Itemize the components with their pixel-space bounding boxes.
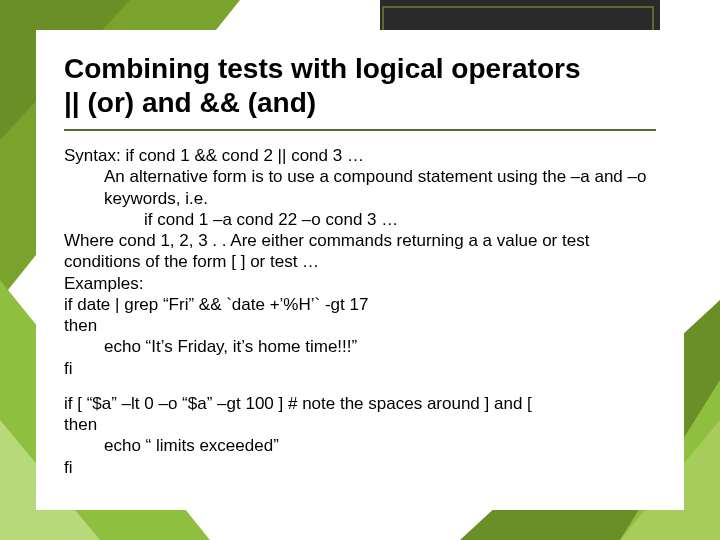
example2-then: then [64,414,656,435]
slide-title: Combining tests with logical operators |… [64,52,656,119]
example2-if: if [ “$a” –lt 0 –o “$a” –gt 100 ] # note… [64,393,656,414]
content-card: Combining tests with logical operators |… [36,30,684,510]
example2-echo: echo “ limits exceeded” [64,435,656,456]
example1-echo: echo “It’s Friday, it’s home time!!!” [64,336,656,357]
title-line-2: || (or) and && (and) [64,87,316,118]
slide: Combining tests with logical operators |… [0,0,720,540]
examples-label: Examples: [64,273,656,294]
syntax-line: Syntax: if cond 1 && cond 2 || cond 3 … [64,145,656,166]
where-line: Where cond 1, 2, 3 . . Are either comman… [64,230,656,273]
example2-fi: fi [64,457,656,478]
example1-fi: fi [64,358,656,379]
spacer [64,379,656,393]
example1-then: then [64,315,656,336]
title-underline [64,129,656,131]
slide-body: Syntax: if cond 1 && cond 2 || cond 3 … … [64,145,656,478]
alt-form-line: An alternative form is to use a compound… [64,166,656,209]
title-line-1: Combining tests with logical operators [64,53,581,84]
alt-syntax-line: if cond 1 –a cond 22 –o cond 3 … [64,209,656,230]
example1-if: if date | grep “Fri” && `date +’%H’` -gt… [64,294,656,315]
